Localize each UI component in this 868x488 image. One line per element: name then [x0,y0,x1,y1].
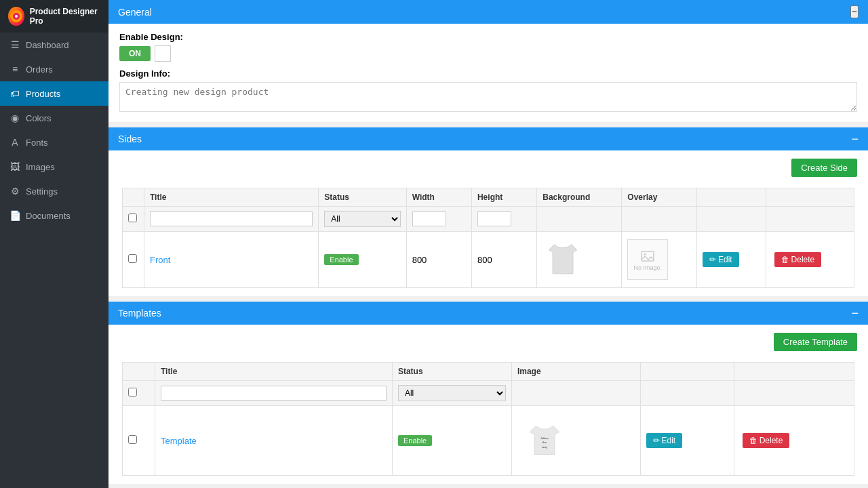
sides-col-actions2 [766,188,854,207]
sidebar-item-label: Images [26,162,55,172]
sides-row-width: 800 [406,232,471,288]
sides-row-height: 800 [471,232,536,288]
fonts-icon: A [9,137,20,148]
sides-col-width: Width [406,188,471,207]
templates-collapse-button[interactable]: − [851,307,859,319]
templates-filter-a2 [734,381,854,406]
trash-icon: 🗑 [749,436,757,445]
general-collapse-button[interactable]: − [850,5,859,18]
sides-delete-button[interactable]: 🗑 Delete [774,252,822,267]
templates-col-a2 [734,363,854,381]
sides-row-title-link[interactable]: Front [150,255,170,265]
table-row: Template Enable [123,406,854,476]
sides-section: Sides − Create Side Title [108,127,868,296]
products-icon: 🏷 [9,88,20,99]
templates-col-image: Image [511,363,640,381]
svg-point-2 [15,15,18,18]
sides-col-status: Status [319,188,406,207]
sides-table: Title Status Width Height Background Ove… [122,188,854,288]
sides-filter-a2 [766,207,854,232]
templates-row-delete-cell: 🗑 Delete [734,406,854,476]
sidebar-item-settings[interactable]: ⚙ Settings [0,179,108,203]
templates-select-all[interactable] [128,388,137,396]
sidebar-item-fonts[interactable]: A Fonts [0,130,108,155]
enable-design-toggle[interactable]: ON [119,46,151,61]
templates-table-header-row: Title Status Image [123,363,854,381]
templates-col-title: Title [155,363,393,381]
sides-edit-button[interactable]: ✏ Edit [703,252,739,267]
sidebar-item-products[interactable]: 🏷 Products [0,81,108,106]
trash-icon: 🗑 [781,255,789,264]
sidebar-item-images[interactable]: 🖼 Images [0,155,108,179]
colors-icon: ◉ [9,113,20,123]
sides-row-title: Front [144,232,319,288]
sides-filter-check [123,207,144,232]
sides-row-delete-cell: 🗑 Delete [766,232,854,288]
sides-row-checkbox[interactable] [128,254,137,263]
sides-row-status: Enable [319,232,406,288]
sidebar-item-dashboard[interactable]: ☰ Dashboard [0,33,108,57]
sides-col-background: Background [537,188,622,207]
sides-height-filter[interactable] [477,211,511,226]
sides-header: Sides − [108,127,868,150]
templates-title-filter[interactable] [161,386,387,401]
sides-col-title: Title [144,188,319,207]
sides-row-check [123,232,144,288]
sides-title-filter[interactable] [150,211,313,226]
sidebar-item-orders[interactable]: ≡ Orders [0,57,108,81]
templates-row-edit-cell: ✏ Edit [640,406,734,476]
templates-filter-check [123,381,155,406]
sides-table-container: Title Status Width Height Background Ove… [119,188,857,288]
sides-col-height: Height [471,188,536,207]
sides-col-actions1 [696,188,766,207]
sides-body: Create Side Title Status Width [108,150,868,296]
sides-status-filter[interactable]: All Enable Disable [324,211,400,227]
templates-col-status: Status [392,363,511,381]
sides-status-badge: Enable [324,254,358,265]
settings-icon: ⚙ [9,186,20,197]
enable-design-label: Enable Design: [119,32,857,42]
templates-edit-button[interactable]: ✏ Edit [646,433,683,448]
create-side-button[interactable]: Create Side [791,159,857,177]
general-header: General − [108,0,868,24]
general-title: General [118,7,152,18]
overlay-no-image: No Image. [627,239,668,280]
design-info-label: Design Info: [119,68,857,79]
design-info-input[interactable] [119,82,857,112]
sides-filter-height [471,207,536,232]
sides-width-filter[interactable] [412,211,446,226]
templates-row-title: Template [155,406,393,476]
general-section: General − Enable Design: ON Design Info: [108,0,868,122]
sides-select-all[interactable] [128,214,137,222]
general-body: Enable Design: ON Design Info: [108,24,868,122]
templates-status-filter[interactable]: All Enable Disable [398,385,506,401]
sides-table-header-row: Title Status Width Height Background Ove… [123,188,854,207]
sides-row-background [537,232,622,288]
create-template-button[interactable]: Create Template [774,333,857,351]
toggle-box [155,45,171,62]
templates-filter-row: All Enable Disable [123,381,854,406]
edit-icon: ✏ [653,436,660,445]
svg-point-4 [644,253,646,256]
sidebar-item-label: Fonts [26,138,48,148]
sidebar-item-label: Documents [26,211,71,221]
templates-filter-status: All Enable Disable [392,381,511,406]
sidebar-item-documents[interactable]: 📄 Documents [0,203,108,228]
sides-table-wrapper: Title Status Width Height Background Ove… [122,188,854,288]
sides-col-check [123,188,144,207]
templates-status-badge: Enable [398,435,432,446]
images-icon: 🖼 [9,161,20,172]
sides-filter-background [537,207,622,232]
sidebar-item-label: Orders [26,64,53,75]
orders-icon: ≡ [9,64,20,75]
sides-title: Sides [118,134,142,144]
templates-delete-button[interactable]: 🗑 Delete [743,433,790,448]
sidebar-item-label: Products [26,89,60,99]
sidebar-item-colors[interactable]: ◉ Colors [0,106,108,130]
sides-collapse-button[interactable]: − [851,133,859,145]
templates-filter-title [155,381,393,406]
templates-row-checkbox[interactable] [128,435,137,444]
templates-row-check [123,406,155,476]
templates-title: Templates [118,308,161,319]
templates-row-title-link[interactable]: Template [161,436,197,446]
